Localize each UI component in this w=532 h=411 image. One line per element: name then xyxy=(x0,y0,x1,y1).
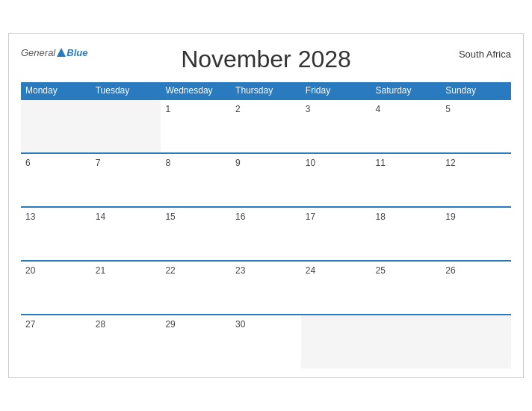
calendar-day-cell: 5 xyxy=(441,99,511,153)
day-number: 3 xyxy=(306,104,367,114)
calendar-day-cell: 10 xyxy=(301,153,371,207)
svg-marker-0 xyxy=(57,48,66,57)
day-number: 17 xyxy=(306,211,367,222)
weekday-header: Thursday xyxy=(231,82,301,99)
calendar-day-cell: 11 xyxy=(371,153,442,207)
calendar-day-cell: 26 xyxy=(441,261,511,315)
calendar-day-cell: 12 xyxy=(441,153,511,207)
calendar-day-cell xyxy=(21,99,91,153)
day-number: 10 xyxy=(306,158,367,168)
weekday-header: Wednesday xyxy=(161,82,231,99)
calendar-day-cell: 18 xyxy=(371,207,442,261)
country-label: South Africa xyxy=(459,49,511,60)
weekday-header: Sunday xyxy=(441,82,511,99)
day-number: 26 xyxy=(445,265,507,276)
calendar-day-cell: 1 xyxy=(161,99,231,153)
calendar-day-cell: 21 xyxy=(91,261,161,315)
day-number: 5 xyxy=(445,104,507,114)
calendar-thead: MondayTuesdayWednesdayThursdayFridaySatu… xyxy=(21,82,511,99)
calendar-day-cell: 3 xyxy=(301,99,371,153)
calendar-day-cell: 23 xyxy=(231,261,301,315)
day-number: 4 xyxy=(376,104,437,114)
calendar-day-cell: 30 xyxy=(231,315,301,368)
calendar-day-cell: 8 xyxy=(161,153,231,207)
day-number: 9 xyxy=(235,158,297,168)
day-number: 24 xyxy=(306,265,367,276)
calendar-day-cell: 22 xyxy=(161,261,231,315)
calendar-day-cell: 14 xyxy=(91,207,161,261)
day-number: 29 xyxy=(165,319,226,330)
calendar-day-cell: 24 xyxy=(301,261,371,315)
day-number: 2 xyxy=(235,104,297,114)
weekday-header: Friday xyxy=(301,82,371,99)
calendar-grid: MondayTuesdayWednesdayThursdayFridaySatu… xyxy=(21,82,511,368)
weekday-header: Monday xyxy=(21,82,91,99)
calendar-day-cell xyxy=(91,99,161,153)
calendar-week-row: 6789101112 xyxy=(21,153,511,207)
calendar-day-cell: 7 xyxy=(91,153,161,207)
day-number: 22 xyxy=(165,265,226,276)
weekday-header-row: MondayTuesdayWednesdayThursdayFridaySatu… xyxy=(21,82,511,99)
logo-blue-text: Blue xyxy=(66,47,87,58)
calendar-day-cell: 20 xyxy=(21,261,91,315)
calendar-tbody: 1234567891011121314151617181920212223242… xyxy=(21,99,511,368)
calendar-day-cell xyxy=(441,315,511,368)
logo: General Blue xyxy=(21,46,87,59)
day-number: 27 xyxy=(25,319,87,330)
calendar-day-cell: 15 xyxy=(161,207,231,261)
calendar-day-cell: 25 xyxy=(371,261,442,315)
calendar-day-cell: 27 xyxy=(21,315,91,368)
calendar-day-cell: 17 xyxy=(301,207,371,261)
weekday-header: Tuesday xyxy=(91,82,161,99)
calendar-day-cell: 29 xyxy=(161,315,231,368)
calendar-day-cell: 9 xyxy=(231,153,301,207)
day-number: 13 xyxy=(25,211,87,222)
calendar-day-cell: 6 xyxy=(21,153,91,207)
calendar-day-cell: 28 xyxy=(91,315,161,368)
calendar-day-cell: 4 xyxy=(371,99,442,153)
day-number: 30 xyxy=(235,319,297,330)
day-number: 7 xyxy=(96,158,157,168)
calendar-day-cell xyxy=(301,315,371,368)
day-number: 8 xyxy=(165,158,226,168)
day-number: 15 xyxy=(165,211,226,222)
calendar-container: General Blue November 2028 South Africa … xyxy=(8,33,524,378)
calendar-week-row: 12345 xyxy=(21,99,511,153)
calendar-day-cell: 2 xyxy=(231,99,301,153)
day-number: 28 xyxy=(96,319,157,330)
calendar-week-row: 20212223242526 xyxy=(21,261,511,315)
calendar-day-cell: 16 xyxy=(231,207,301,261)
calendar-header: General Blue November 2028 South Africa xyxy=(21,46,511,73)
calendar-day-cell: 19 xyxy=(441,207,511,261)
day-number: 19 xyxy=(445,211,507,222)
day-number: 20 xyxy=(25,265,87,276)
calendar-day-cell: 13 xyxy=(21,207,91,261)
day-number: 12 xyxy=(445,158,507,168)
day-number: 23 xyxy=(235,265,297,276)
calendar-week-row: 13141516171819 xyxy=(21,207,511,261)
logo-general-text: General xyxy=(21,47,55,58)
day-number: 25 xyxy=(376,265,437,276)
calendar-week-row: 27282930 xyxy=(21,315,511,368)
day-number: 11 xyxy=(376,158,437,168)
day-number: 16 xyxy=(235,211,297,222)
day-number: 21 xyxy=(96,265,157,276)
day-number: 14 xyxy=(96,211,157,222)
day-number: 1 xyxy=(165,104,226,114)
weekday-header: Saturday xyxy=(371,82,442,99)
day-number: 6 xyxy=(25,158,87,168)
calendar-day-cell xyxy=(371,315,442,368)
logo-icon xyxy=(56,47,66,58)
calendar-title: November 2028 xyxy=(181,46,351,73)
day-number: 18 xyxy=(376,211,437,222)
